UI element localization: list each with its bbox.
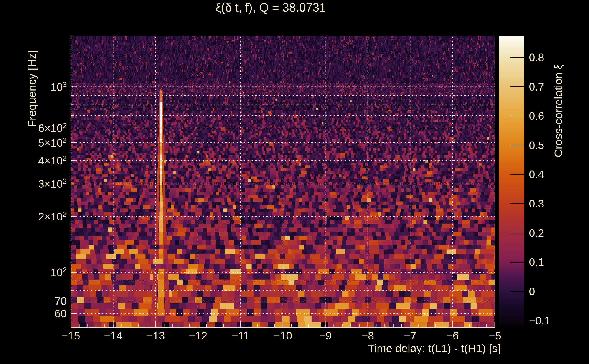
- y-tick-label: 4×102: [10, 154, 67, 167]
- colorbar-tick-label: 0.3: [529, 197, 579, 210]
- colorbar-tick-mark: [510, 57, 524, 58]
- x-tick-label: −15: [52, 329, 89, 342]
- colorbar-tick-mark: [510, 233, 524, 233]
- colorbar-tick-mark: [510, 86, 524, 87]
- x-tick-label: −7: [392, 329, 428, 342]
- colorbar-tick-mark: [510, 174, 524, 175]
- x-tick-label: −13: [137, 329, 174, 342]
- x-tick-label: −10: [265, 329, 301, 342]
- y-tick-label: 60: [10, 307, 67, 320]
- colorbar-tick-label: 0.7: [529, 80, 579, 93]
- x-tick-label: −11: [222, 329, 259, 342]
- y-tick-label: 102: [10, 266, 67, 279]
- x-tick-label: −14: [95, 329, 131, 342]
- y-tick-label: 6×102: [10, 122, 67, 134]
- x-tick-label: −8: [350, 329, 386, 342]
- colorbar-tick-label: 0.8: [529, 51, 579, 64]
- plot-title: ξ(δ t, f), Q = 38.0731: [134, 0, 407, 14]
- heatmap-canvas: [71, 36, 495, 327]
- y-tick-label: 5×102: [10, 136, 67, 149]
- colorbar-tick-mark: [510, 116, 524, 116]
- x-axis-title: Time delay: t(L1) - t(H1) [s]: [273, 342, 501, 355]
- colorbar-tick-label: 0: [529, 285, 579, 298]
- y-tick-label: 103: [10, 81, 67, 93]
- x-tick-label: −9: [307, 329, 343, 342]
- colorbar-tick-label: 0.5: [529, 139, 579, 151]
- colorbar: [499, 36, 524, 327]
- colorbar-tick-label: 0.6: [529, 110, 579, 122]
- x-tick-label: −6: [434, 329, 471, 342]
- figure-root: ξ(δ t, f), Q = 38.0731 Frequency [Hz] Ti…: [0, 0, 589, 364]
- y-tick-label: 2×102: [10, 210, 67, 223]
- colorbar-tick-mark: [510, 291, 524, 292]
- colorbar-tick-label: 0.4: [529, 168, 579, 181]
- x-axis-line: [71, 327, 496, 328]
- colorbar-tick-mark: [510, 203, 524, 204]
- x-tick-label: −5: [477, 329, 513, 342]
- x-tick-label: −12: [180, 329, 216, 342]
- y-tick-label: 70: [10, 295, 67, 307]
- colorbar-tick-mark: [510, 320, 524, 321]
- colorbar-tick-mark: [510, 262, 524, 263]
- colorbar-tick-mark: [510, 145, 524, 145]
- colorbar-tick-label: 0.2: [529, 227, 579, 239]
- colorbar-tick-label: −0.1: [529, 314, 579, 327]
- y-tick-label: 3×102: [10, 177, 67, 190]
- colorbar-tick-label: 0.1: [529, 256, 579, 268]
